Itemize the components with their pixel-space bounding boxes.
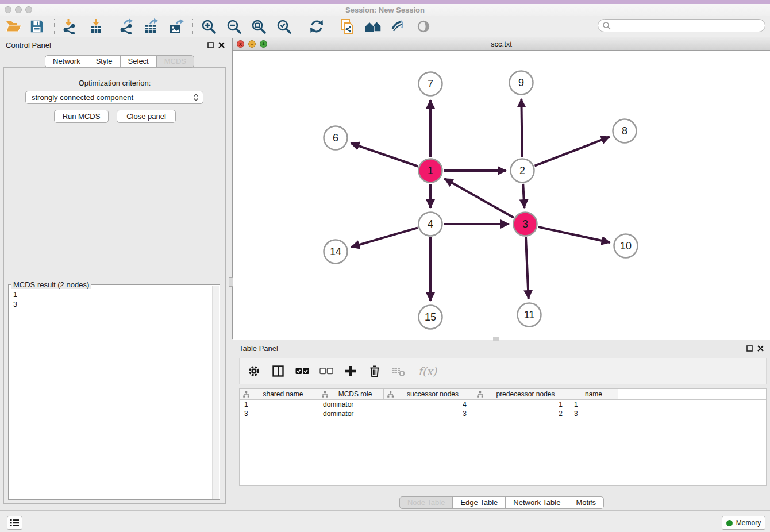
toolbar-separator	[192, 19, 193, 34]
column-header-name[interactable]: name	[569, 389, 618, 399]
zoom-out-button[interactable]	[223, 17, 245, 36]
memory-label: Memory	[736, 519, 761, 527]
unchecked-boxes-icon	[319, 367, 333, 375]
tab-style[interactable]: Style	[88, 55, 121, 68]
network-window-titlebar[interactable]: x - + scc.txt	[233, 38, 770, 51]
delete-column-button[interactable]	[367, 364, 382, 379]
network-close-button[interactable]: x	[237, 40, 244, 48]
network-graph[interactable]: 7968124314101511	[233, 51, 770, 340]
toggle-graphics-details-button[interactable]	[387, 17, 409, 36]
mcds-result-line: 1	[13, 290, 215, 300]
zoom-in-button[interactable]	[198, 17, 220, 36]
eye-icon	[415, 18, 432, 34]
task-history-button[interactable]	[7, 516, 22, 530]
home-icon	[364, 19, 382, 34]
column-header-shared-name[interactable]: shared name	[240, 389, 318, 399]
save-session-button[interactable]	[26, 17, 48, 36]
horizontal-splitter-grip[interactable]	[493, 337, 499, 341]
close-table-panel-icon[interactable]	[757, 345, 764, 352]
home-button[interactable]	[362, 17, 384, 36]
window-minimize-button[interactable]	[15, 6, 22, 13]
open-session-button[interactable]	[3, 17, 25, 36]
table-cell[interactable]: 1	[240, 400, 318, 408]
table-cell[interactable]: 2	[473, 410, 569, 418]
table-cell[interactable]: dominator	[318, 410, 384, 418]
tab-motifs[interactable]: Motifs	[568, 496, 604, 509]
graph-edge-4-14[interactable]	[351, 228, 418, 247]
graph-edge-2-9[interactable]	[521, 99, 522, 157]
table-panel-title: Table Panel	[239, 344, 278, 353]
main-toolbar	[0, 16, 770, 37]
hierarchy-icon	[387, 391, 394, 398]
table-cell[interactable]: 4	[384, 400, 473, 408]
mcds-result-box: MCDS result (2 nodes) 1 3	[8, 284, 220, 500]
close-panel-button[interactable]: Close panel	[117, 110, 176, 123]
search-box[interactable]	[598, 19, 765, 32]
duplicate-network-button[interactable]	[337, 17, 359, 36]
table-cell[interactable]: dominator	[318, 400, 384, 408]
delete-table-icon	[392, 365, 406, 377]
import-network-icon	[61, 18, 77, 34]
window-zoom-button[interactable]	[25, 6, 32, 13]
tab-mcds[interactable]: MCDS	[156, 55, 194, 68]
show-hide-details-button[interactable]	[413, 17, 434, 36]
window-top-strip	[0, 0, 770, 4]
graph-edge-1-6[interactable]	[351, 143, 418, 166]
toolbar-separator	[334, 19, 334, 34]
graph-edge-2-3[interactable]	[523, 184, 524, 208]
graph-edge-2-8[interactable]	[534, 137, 609, 166]
float-panel-icon[interactable]	[207, 42, 214, 48]
network-zoom-button[interactable]: +	[260, 40, 267, 48]
column-header-predecessor-nodes[interactable]: predecessor nodes	[473, 389, 569, 399]
node-table: shared name MCDS role successor nodes pr…	[239, 388, 767, 486]
column-header-mcds-role[interactable]: MCDS role	[318, 389, 384, 399]
optimization-criterion-select[interactable]: strongly connected component	[25, 91, 203, 104]
zoom-fit-button[interactable]	[248, 17, 270, 36]
graph-edge-3-11[interactable]	[526, 237, 529, 299]
export-network-button[interactable]	[116, 17, 137, 36]
table-settings-button[interactable]	[247, 364, 261, 379]
tab-edge-table[interactable]: Edge Table	[452, 496, 506, 509]
graphics-details-icon	[390, 18, 406, 34]
function-builder-button[interactable]: f(x)	[415, 364, 440, 379]
table-header-row: shared name MCDS role successor nodes pr…	[240, 389, 766, 400]
deselect-all-button[interactable]	[319, 364, 334, 379]
close-panel-icon[interactable]	[218, 42, 225, 48]
search-input[interactable]	[611, 22, 755, 30]
memory-status-icon	[726, 520, 733, 526]
column-layout-button[interactable]	[271, 364, 286, 379]
tab-select[interactable]: Select	[120, 55, 157, 68]
tab-network[interactable]: Network	[45, 55, 88, 68]
run-mcds-button[interactable]: Run MCDS	[54, 110, 109, 123]
select-all-button[interactable]	[295, 364, 310, 379]
result-scrollbar[interactable]	[212, 286, 219, 499]
table-row[interactable]: 1dominator411	[240, 400, 766, 409]
zoom-selected-button[interactable]	[273, 17, 295, 36]
graph-edge-3-1[interactable]	[444, 179, 514, 218]
export-table-button[interactable]	[140, 17, 162, 36]
graph-edge-3-10[interactable]	[538, 227, 610, 242]
graph-node-label: 7	[428, 78, 433, 90]
table-cell[interactable]: 1	[569, 400, 618, 408]
float-table-panel-icon[interactable]	[746, 345, 753, 352]
column-header-successor-nodes[interactable]: successor nodes	[384, 389, 473, 399]
table-cell[interactable]: 3	[240, 410, 318, 418]
memory-button[interactable]: Memory	[722, 516, 765, 530]
network-minimize-button[interactable]: -	[248, 40, 256, 48]
refresh-button[interactable]	[306, 17, 328, 36]
window-close-button[interactable]	[5, 6, 11, 13]
import-table-button[interactable]	[85, 17, 107, 36]
add-column-button[interactable]	[343, 364, 358, 379]
tab-node-table[interactable]: Node Table	[399, 496, 453, 509]
delete-table-button[interactable]	[391, 364, 406, 379]
table-cell[interactable]: 3	[569, 410, 618, 418]
export-image-button[interactable]	[165, 17, 187, 36]
network-canvas[interactable]: 7968124314101511	[233, 51, 770, 340]
table-cell[interactable]: 3	[384, 410, 473, 418]
tab-network-table[interactable]: Network Table	[505, 496, 568, 509]
selected-option-label: strongly connected component	[32, 93, 133, 102]
table-cell[interactable]: 1	[473, 400, 569, 408]
import-network-button[interactable]	[58, 17, 80, 36]
select-stepper-icon	[194, 94, 198, 101]
table-row[interactable]: 3dominator323	[240, 409, 766, 418]
